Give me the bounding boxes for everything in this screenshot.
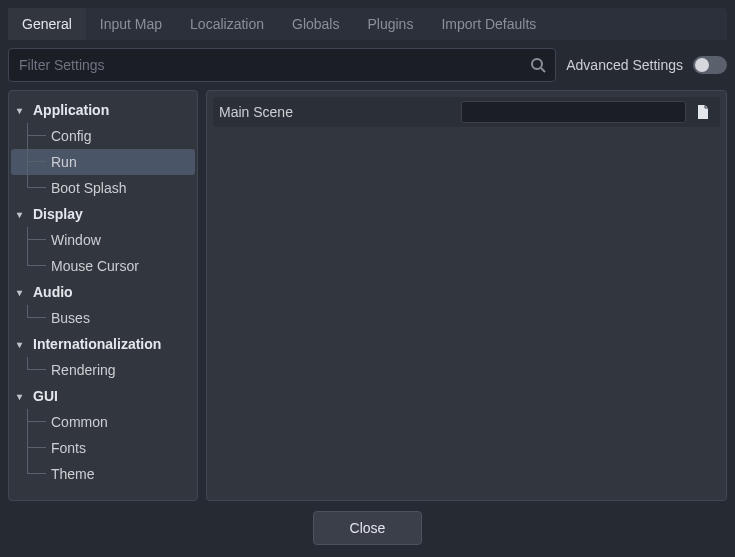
- tree-item-common[interactable]: Common: [9, 409, 197, 435]
- tab-globals[interactable]: Globals: [278, 8, 353, 40]
- tree-item-buses[interactable]: Buses: [9, 305, 197, 331]
- category-label: Audio: [33, 284, 73, 300]
- category-label: Internationalization: [33, 336, 161, 352]
- category-internationalization[interactable]: ▾Internationalization: [9, 331, 197, 357]
- toolbar: Advanced Settings: [8, 40, 727, 90]
- filter-settings-input[interactable]: [8, 48, 556, 82]
- tree-item-rendering[interactable]: Rendering: [9, 357, 197, 383]
- category-gui[interactable]: ▾GUI: [9, 383, 197, 409]
- close-button[interactable]: Close: [313, 511, 423, 545]
- category-label: Application: [33, 102, 109, 118]
- advanced-settings-label: Advanced Settings: [566, 57, 683, 73]
- tab-plugins[interactable]: Plugins: [353, 8, 427, 40]
- category-label: GUI: [33, 388, 58, 404]
- settings-content: Main Scene: [206, 90, 727, 501]
- tree-item-config[interactable]: Config: [9, 123, 197, 149]
- chevron-down-icon: ▾: [17, 339, 29, 350]
- setting-value-input[interactable]: [461, 101, 686, 123]
- tree-item-fonts[interactable]: Fonts: [9, 435, 197, 461]
- main-area: ▾ApplicationConfigRunBoot Splash▾Display…: [8, 90, 727, 501]
- chevron-down-icon: ▾: [17, 105, 29, 116]
- chevron-down-icon: ▾: [17, 391, 29, 402]
- tab-localization[interactable]: Localization: [176, 8, 278, 40]
- setting-label: Main Scene: [219, 104, 461, 120]
- footer: Close: [8, 501, 727, 549]
- tab-general[interactable]: General: [8, 8, 86, 40]
- chevron-down-icon: ▾: [17, 287, 29, 298]
- chevron-down-icon: ▾: [17, 209, 29, 220]
- file-picker-button[interactable]: [692, 101, 714, 123]
- tree-item-theme[interactable]: Theme: [9, 461, 197, 487]
- advanced-settings-toggle[interactable]: [693, 56, 727, 74]
- category-application[interactable]: ▾Application: [9, 97, 197, 123]
- tree-item-run[interactable]: Run: [11, 149, 195, 175]
- settings-category-tree[interactable]: ▾ApplicationConfigRunBoot Splash▾Display…: [8, 90, 198, 501]
- tab-input-map[interactable]: Input Map: [86, 8, 176, 40]
- category-audio[interactable]: ▾Audio: [9, 279, 197, 305]
- tree-item-window[interactable]: Window: [9, 227, 197, 253]
- tab-bar: GeneralInput MapLocalizationGlobalsPlugi…: [8, 8, 727, 40]
- file-icon: [695, 104, 711, 120]
- tree-item-mouse-cursor[interactable]: Mouse Cursor: [9, 253, 197, 279]
- category-label: Display: [33, 206, 83, 222]
- search-wrap: [8, 48, 556, 82]
- setting-row: Main Scene: [213, 97, 720, 127]
- category-display[interactable]: ▾Display: [9, 201, 197, 227]
- tree-item-boot-splash[interactable]: Boot Splash: [9, 175, 197, 201]
- tab-import-defaults[interactable]: Import Defaults: [427, 8, 550, 40]
